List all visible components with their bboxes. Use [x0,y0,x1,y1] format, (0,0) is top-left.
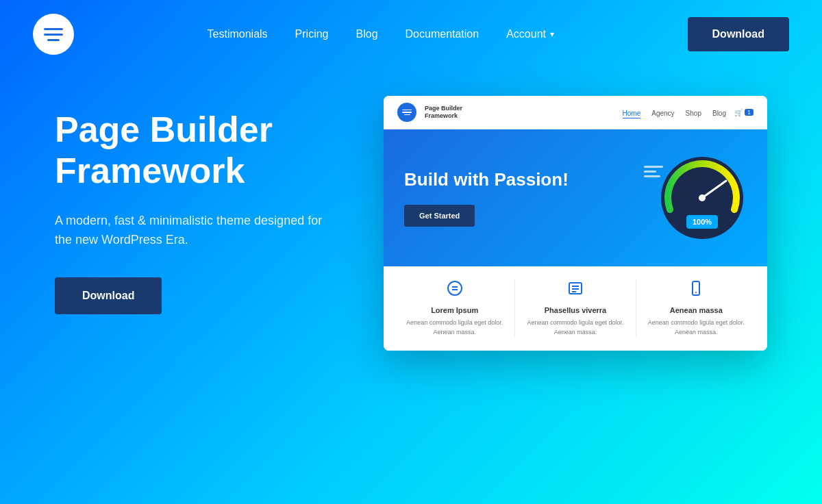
preview-features: Lorem Ipsum Aenean commodo ligula eget d… [384,266,767,351]
nav-item-pricing[interactable]: Pricing [295,28,329,40]
svg-text:100%: 100% [693,218,712,226]
nav-item-testimonials[interactable]: Testimonials [208,28,268,40]
chevron-down-icon: ▾ [550,29,554,39]
nav-links: Testimonials Pricing Blog Documentation … [208,28,554,40]
mini-nav-blog[interactable]: Blog [712,106,726,118]
hero-subtitle: A modern, fast & minimalistic theme desi… [55,211,342,251]
svg-point-2 [699,194,706,201]
feature-icon-3 [643,280,749,301]
preview-hero: Build with Passion! Get Started [384,129,767,266]
cart-icon: 🛒 [734,109,743,116]
mini-cart[interactable]: 🛒 1 [734,109,754,116]
nav-item-documentation[interactable]: Documentation [406,28,480,40]
hero-download-button[interactable]: Download [55,277,162,314]
mini-nav-shop[interactable]: Shop [686,106,701,118]
feature-desc-1: Aenean commodo ligula eget dolor. Aenean… [401,318,508,337]
mini-navbar: Page BuilderFramework Home Agency Shop B… [384,96,767,129]
speedometer: 100% [658,153,747,242]
cart-badge: 1 [745,109,754,116]
preview-card: Page BuilderFramework Home Agency Shop B… [384,96,767,351]
speedometer-svg: 100% [658,153,747,242]
feature-item-3: Aenean massa Aenean commodo ligula eget … [636,280,756,337]
preview-hero-text: Build with Passion! Get Started [404,169,644,226]
feature-title-2: Phasellus viverra [522,306,628,314]
hero-text: Page Builder Framework A modern, fast & … [55,96,342,314]
svg-point-5 [448,281,462,295]
mini-brand-text: Page BuilderFramework [425,105,614,120]
mini-nav-agency[interactable]: Agency [651,106,674,118]
feature-icon-1 [401,280,508,301]
logo[interactable] [33,14,74,55]
feature-item-2: Phasellus viverra Aenean commodo ligula … [515,280,636,337]
feature-title-1: Lorem Ipsum [401,306,508,314]
nav-item-account[interactable]: Account ▾ [506,28,554,40]
nav-download-button[interactable]: Download [688,17,789,51]
feature-desc-2: Aenean commodo ligula eget dolor. Aenean… [522,318,628,337]
logo-icon [44,28,63,41]
mini-logo [397,103,416,122]
hero-section: Page Builder Framework A modern, fast & … [0,68,822,351]
navbar: Testimonials Pricing Blog Documentation … [0,0,822,68]
hero-title: Page Builder Framework [55,110,342,192]
feature-icon-2 [522,280,628,301]
speed-lines [644,166,663,177]
mini-nav-links: Home Agency Shop Blog [623,106,726,118]
feature-title-3: Aenean massa [643,306,749,314]
preview-hero-title: Build with Passion! [404,169,644,190]
feature-desc-3: Aenean commodo ligula eget dolor. Aenean… [643,318,749,337]
feature-item-1: Lorem Ipsum Aenean commodo ligula eget d… [395,280,515,337]
mini-nav-home[interactable]: Home [623,106,641,118]
get-started-button[interactable]: Get Started [404,205,475,227]
nav-item-blog[interactable]: Blog [356,28,378,40]
